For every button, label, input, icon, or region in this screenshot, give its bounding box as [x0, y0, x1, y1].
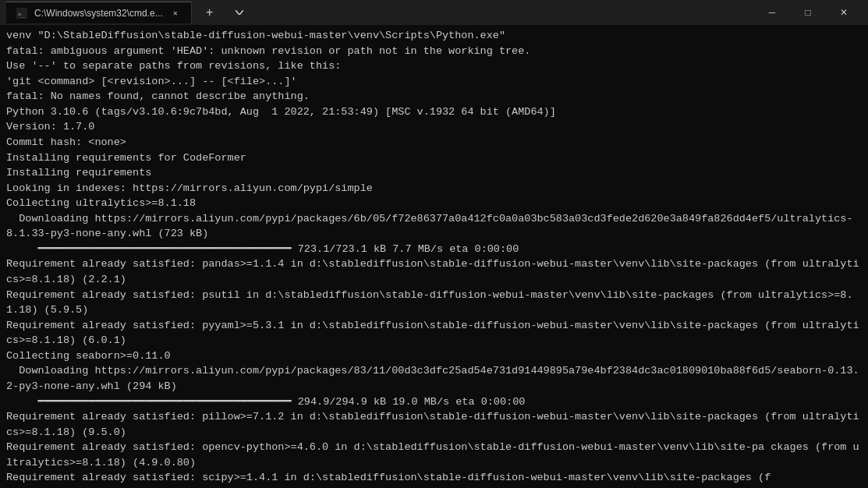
- svg-text:>_: >_: [18, 10, 26, 17]
- tab-title: C:\Windows\system32\cmd.e...: [34, 8, 163, 19]
- tab-close-button[interactable]: ✕: [169, 7, 182, 19]
- maximize-button[interactable]: □: [790, 0, 826, 25]
- close-button[interactable]: ✕: [826, 0, 862, 25]
- dropdown-button[interactable]: [228, 0, 251, 25]
- new-tab-button[interactable]: +: [198, 0, 221, 25]
- active-tab[interactable]: >_ C:\Windows\system32\cmd.e... ✕: [6, 2, 192, 23]
- terminal-window: >_ C:\Windows\system32\cmd.e... ✕ + ─ □ …: [0, 0, 868, 488]
- minimize-button[interactable]: ─: [754, 0, 790, 25]
- title-bar: >_ C:\Windows\system32\cmd.e... ✕ + ─ □ …: [0, 0, 868, 25]
- terminal-body[interactable]: venv "D:\StableDiffusion\stable-diffusio…: [0, 25, 868, 488]
- window-controls: ─ □ ✕: [754, 0, 862, 25]
- terminal-output: venv "D:\StableDiffusion\stable-diffusio…: [6, 28, 862, 486]
- title-bar-left: >_ C:\Windows\system32\cmd.e... ✕ +: [6, 0, 748, 25]
- cmd-icon: >_: [16, 7, 28, 19]
